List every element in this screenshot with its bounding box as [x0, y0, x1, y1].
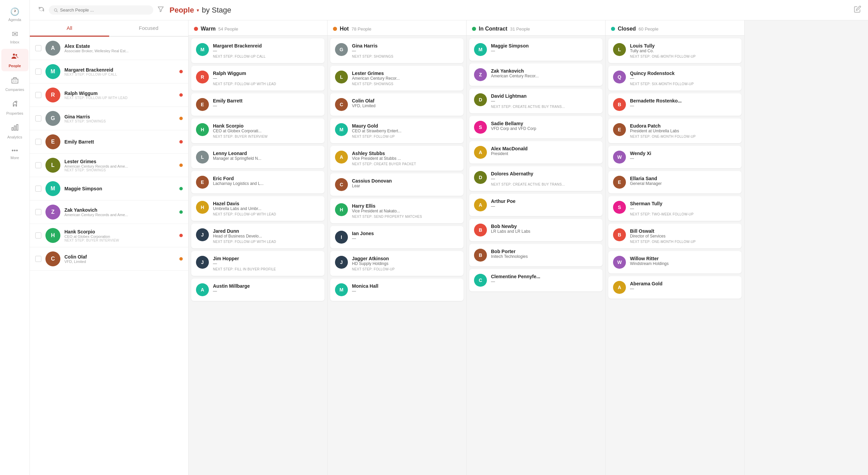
- person-detail: NEXT STEP: SHOWINGS: [64, 119, 175, 123]
- list-item[interactable]: A Alex Estate Associate Broker, Wellesle…: [30, 37, 188, 60]
- list-item[interactable]: H Hank Scorpio CEO at Globex Corporation…: [30, 224, 188, 247]
- svg-point-9: [54, 8, 57, 11]
- kanban-card[interactable]: J Jim Hopper — NEXT STEP: FILL IN BUYER …: [191, 251, 324, 276]
- kanban-card[interactable]: M Monica Hall —: [330, 279, 463, 301]
- card-company: Director of Services: [630, 234, 737, 239]
- person-checkbox[interactable]: [35, 256, 41, 262]
- kanban-card[interactable]: S Sherman Tully — NEXT STEP: TWO-WEEK FO…: [608, 196, 742, 221]
- kanban-card[interactable]: A Ashley Stubbs Vice President at Stubbs…: [330, 146, 463, 171]
- list-item[interactable]: E Emily Barrett: [30, 130, 188, 154]
- sidebar-item-analytics[interactable]: Analytics: [1, 120, 28, 142]
- kanban-card[interactable]: C Clementine Pennyfe... —: [469, 269, 603, 291]
- list-item[interactable]: L Lester Grimes American Century Records…: [30, 154, 188, 177]
- edit-button[interactable]: [854, 5, 861, 15]
- kanban-card[interactable]: A Arthur Poe —: [469, 194, 603, 216]
- kanban-card[interactable]: S Sadie Bellamy VFD Corp and VFD Corp: [469, 116, 603, 138]
- refresh-button[interactable]: [37, 4, 46, 16]
- sidebar-item-people[interactable]: People: [1, 49, 28, 71]
- kanban-card[interactable]: I Ian Jones —: [330, 226, 463, 248]
- card-company: Lear: [352, 184, 459, 188]
- kanban-card[interactable]: Q Quincy Rodenstock — NEXT STEP: SIX-MON…: [608, 66, 742, 91]
- card-company: —: [630, 286, 737, 291]
- card-info: Willow Ritter Windstream Holdings: [630, 256, 737, 266]
- svg-point-1: [15, 54, 17, 56]
- card-name: Quincy Rodenstock: [630, 71, 737, 76]
- person-checkbox[interactable]: [35, 232, 41, 239]
- person-name: Emily Barrett: [64, 139, 175, 145]
- kanban-card[interactable]: J Jagger Atkinson HD Supply Holdings NEX…: [330, 251, 463, 276]
- kanban-card[interactable]: W Willow Ritter Windstream Holdings: [608, 251, 742, 273]
- person-checkbox[interactable]: [35, 115, 41, 121]
- kanban-card[interactable]: L Lenny Leonard Manager at Springfield N…: [191, 146, 324, 168]
- kanban-card[interactable]: M Margaret Brackenreid — NEXT STEP: FOLL…: [191, 38, 324, 63]
- tab-bar: All Focused: [30, 20, 188, 37]
- person-checkbox[interactable]: [35, 69, 41, 75]
- kanban-card[interactable]: R Ralph Wiggum — NEXT STEP: FOLLOW-UP WI…: [191, 66, 324, 91]
- person-checkbox[interactable]: [35, 162, 41, 168]
- person-detail: NEXT STEP: FOLLOW-UP WITH LEAD: [64, 96, 175, 100]
- kanban-card[interactable]: L Louis Tully Tully and Co. NEXT STEP: O…: [608, 38, 742, 63]
- person-checkbox[interactable]: [35, 45, 41, 51]
- kanban-card[interactable]: W Wendy Xi —: [608, 146, 742, 168]
- kanban-card[interactable]: A Alex MacDonald President: [469, 141, 603, 164]
- search-bar[interactable]: [49, 5, 153, 15]
- avatar: L: [613, 43, 626, 56]
- card-next-step: NEXT STEP: BUYER INTERVIEW: [213, 135, 320, 138]
- person-checkbox[interactable]: [35, 92, 41, 98]
- avatar: E: [196, 98, 209, 111]
- kanban-card[interactable]: L Lester Grimes American Century Recor..…: [330, 66, 463, 91]
- card-info: Clementine Pennyfe... —: [491, 274, 598, 284]
- kanban-card[interactable]: M Maury Gold CEO at Strawberry Entert...…: [330, 118, 463, 143]
- list-item[interactable]: C Colin Olaf VFD, Limited: [30, 247, 188, 271]
- kanban-card[interactable]: H Hank Scorpio CEO at Globex Corporati..…: [191, 118, 324, 143]
- kanban-card[interactable]: D Dolores Abernathy — NEXT STEP: CREATE …: [469, 166, 603, 191]
- kanban-card[interactable]: C Cassius Donovan Lear: [330, 173, 463, 196]
- list-item[interactable]: G Gina Harris NEXT STEP: SHOWINGS: [30, 107, 188, 130]
- tab-focused[interactable]: Focused: [109, 20, 189, 36]
- kanban-card[interactable]: E Eudora Patch President at Umbrella Lab…: [608, 118, 742, 143]
- person-checkbox[interactable]: [35, 186, 41, 192]
- sidebar-item-more[interactable]: ••• More: [1, 144, 28, 163]
- card-company: —: [491, 99, 598, 103]
- sidebar-item-properties[interactable]: Properties: [1, 96, 28, 119]
- sidebar-item-inbox[interactable]: ✉ Inbox: [1, 26, 28, 48]
- kanban-card[interactable]: G Gina Harris — NEXT STEP: SHOWINGS: [330, 38, 463, 63]
- person-checkbox[interactable]: [35, 209, 41, 215]
- kanban-card[interactable]: C Colin Olaf VFD, Limited: [330, 93, 463, 116]
- card-company: American Century Recor...: [352, 76, 459, 81]
- filter-button[interactable]: [156, 4, 165, 16]
- kanban-card[interactable]: E Eric Ford Lacharnay Logistics and L...: [191, 171, 324, 193]
- kanban-card[interactable]: Z Zak Yankovich American Century Recor..…: [469, 63, 603, 86]
- card-company: American Century Recor...: [491, 74, 598, 78]
- kanban-card[interactable]: E Emily Barrett —: [191, 93, 324, 116]
- person-info: Margaret Brackenreid NEXT STEP: FOLLOW-U…: [64, 67, 175, 76]
- kanban-card[interactable]: H Hazel Davis Umbrella Labs and Umbr... …: [191, 196, 324, 221]
- properties-icon: [11, 100, 19, 110]
- avatar: A: [474, 198, 487, 211]
- avatar: H: [196, 201, 209, 214]
- card-company: —: [213, 261, 320, 266]
- tab-all[interactable]: All: [30, 20, 109, 37]
- sidebar-item-agenda[interactable]: 🕐 Agenda: [1, 4, 28, 25]
- kanban-card[interactable]: B Bernadette Rostenko... —: [608, 93, 742, 116]
- sidebar-item-companies[interactable]: Companies: [1, 73, 28, 95]
- kanban-card[interactable]: A Aberama Gold —: [608, 276, 742, 299]
- kanban-card[interactable]: A Austin Millbarge —: [191, 279, 324, 301]
- person-checkbox[interactable]: [35, 139, 41, 145]
- kanban-card[interactable]: J Jared Dunn Head of Business Develo... …: [191, 224, 324, 248]
- list-item[interactable]: M Margaret Brackenreid NEXT STEP: FOLLOW…: [30, 60, 188, 83]
- list-item[interactable]: R Ralph Wiggum NEXT STEP: FOLLOW-UP WITH…: [30, 83, 188, 107]
- kanban-card[interactable]: B Bill Oswalt Director of Services NEXT …: [608, 224, 742, 248]
- kanban-card[interactable]: M Maggie Simpson —: [469, 38, 603, 61]
- kanban-card[interactable]: E Ellaria Sand General Manager: [608, 171, 742, 193]
- list-item[interactable]: M Maggie Simpson: [30, 177, 188, 201]
- kanban-card[interactable]: B Bob Newby LR Labs and LR Labs: [469, 219, 603, 241]
- status-dot: [179, 140, 183, 144]
- search-input[interactable]: [60, 7, 149, 13]
- title-dropdown[interactable]: ▾: [197, 7, 199, 13]
- kanban-card[interactable]: B Bob Porter Initech Technologies: [469, 244, 603, 266]
- kanban-card[interactable]: H Harry Ellis Vice President at Nakato..…: [330, 198, 463, 223]
- card-company: —: [352, 236, 459, 241]
- kanban-card[interactable]: D David Lightman — NEXT STEP: CREATE ACT…: [469, 89, 603, 113]
- list-item[interactable]: Z Zak Yankovich American Century Records…: [30, 201, 188, 224]
